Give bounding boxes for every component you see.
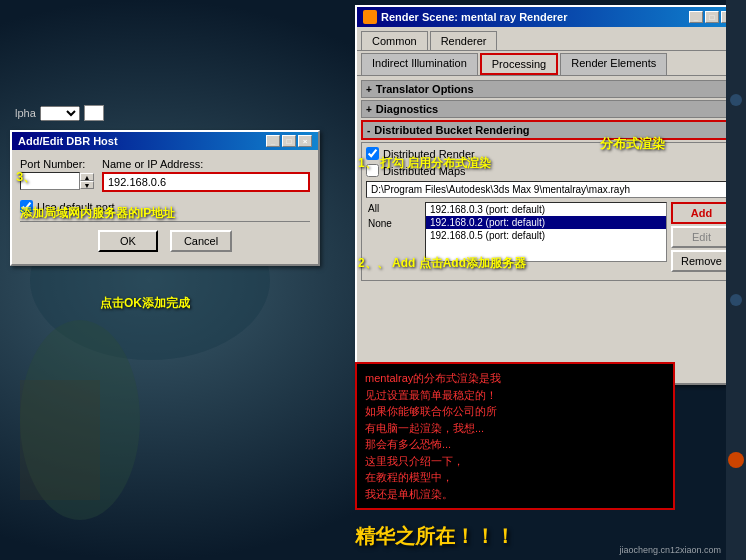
render-tabs-row2: Indirect Illumination Processing Render … [357, 51, 741, 76]
render-titlebar: Render Scene: mental ray Renderer _ □ × [357, 7, 741, 27]
render-minimize-button[interactable]: _ [689, 11, 703, 23]
alpha-section: lpha [15, 105, 104, 121]
tab-render-elements[interactable]: Render Elements [560, 53, 667, 75]
cancel-button[interactable]: Cancel [170, 230, 232, 252]
svg-point-7 [728, 452, 744, 468]
info-text-box: mentalray的分布式渲染是我 见过设置最简单最稳定的！ 如果你能够联合你公… [355, 362, 675, 510]
port-name-section: Port Number: ▲ ▼ Name or IP Address: [20, 158, 310, 192]
host-list-box[interactable]: 192.168.0.3 (port: default) 192.168.0.2 … [425, 202, 667, 262]
svg-point-5 [730, 94, 742, 106]
distributed-bucket-label: Distributed Bucket Rendering [374, 124, 529, 136]
step3-label: 3、 [16, 168, 36, 186]
translator-options-bar[interactable]: + Translator Options [361, 80, 737, 98]
step2-annotation: 2、、 Add 点击Add添加服务器 [358, 255, 526, 272]
tab-processing[interactable]: Processing [480, 53, 558, 75]
close-button[interactable]: × [298, 135, 312, 147]
all-label: All [366, 202, 421, 215]
render-dialog: Render Scene: mental ray Renderer _ □ × … [355, 5, 743, 385]
dbr-dialog: Add/Edit DBR Host _ □ × Port Number: ▲ ▼… [10, 130, 320, 266]
add-host-button[interactable]: Add [671, 202, 732, 224]
info-text: mentalray的分布式渲染是我 见过设置最简单最稳定的！ 如果你能够联合你公… [365, 370, 665, 502]
dbr-buttons: OK Cancel [20, 230, 310, 252]
svg-rect-4 [726, 0, 746, 560]
diagnostics-label: Diagnostics [376, 103, 438, 115]
remove-host-button[interactable]: Remove [671, 250, 732, 272]
distributed-bucket-bar[interactable]: - Distributed Bucket Rendering [361, 120, 737, 140]
host-item-2[interactable]: 192.168.0.5 (port: default) [426, 229, 666, 242]
host-list-buttons: Add Edit Remove [671, 202, 732, 272]
ok-annotation: 点击OK添加完成 [100, 295, 190, 312]
translator-options-label: Translator Options [376, 83, 474, 95]
render-title: Render Scene: mental ray Renderer [381, 11, 567, 23]
ip-input[interactable] [102, 172, 310, 192]
svg-point-6 [730, 294, 742, 306]
diagnostics-bar[interactable]: + Diagnostics [361, 100, 737, 118]
render-restore-button[interactable]: □ [705, 11, 719, 23]
spin-up[interactable]: ▲ [80, 173, 94, 181]
tab-renderer[interactable]: Renderer [430, 31, 498, 50]
alpha-color-box [84, 105, 104, 121]
host-item-1[interactable]: 192.168.0.2 (port: default) [426, 216, 666, 229]
spin-buttons: ▲ ▼ [80, 173, 94, 189]
alpha-label: lpha [15, 107, 36, 119]
render-tabs-row1: Common Renderer [357, 27, 741, 51]
add-ip-annotation: 添加局域网内服务器的IP地址 [20, 205, 175, 222]
distributed-cn-annotation: 分布式渲染 [600, 135, 665, 153]
step1-annotation: 1、 打勾 启用分布式渲染 [358, 155, 491, 172]
svg-rect-3 [20, 380, 100, 500]
dbr-titlebar: Add/Edit DBR Host _ □ × [12, 132, 318, 150]
tab-indirect-illumination[interactable]: Indirect Illumination [361, 53, 478, 75]
minimize-button[interactable]: _ [266, 135, 280, 147]
path-input[interactable]: D:\Program Files\Autodesk\3ds Max 9\ment… [366, 181, 732, 198]
none-label: None [366, 217, 421, 230]
name-group: Name or IP Address: [102, 158, 310, 192]
big-annotation: 精华之所在！！！ [355, 523, 515, 550]
spin-down[interactable]: ▼ [80, 181, 94, 189]
translator-expand-icon: + [366, 84, 372, 95]
host-item-0[interactable]: 192.168.0.3 (port: default) [426, 203, 666, 216]
dbr-title-buttons: _ □ × [266, 135, 312, 147]
watermark: jiaocheng.cn12xiaon.com [619, 545, 721, 555]
diagnostics-expand-icon: + [366, 104, 372, 115]
dbr-title: Add/Edit DBR Host [18, 135, 118, 147]
side-graphic [726, 0, 746, 560]
name-label: Name or IP Address: [102, 158, 310, 170]
alpha-dropdown[interactable] [40, 106, 80, 121]
tab-common[interactable]: Common [361, 31, 428, 50]
edit-host-button[interactable]: Edit [671, 226, 732, 248]
distributed-collapse-icon: - [367, 125, 370, 136]
render-title-area: Render Scene: mental ray Renderer [363, 10, 567, 24]
render-icon [363, 10, 377, 24]
maximize-button[interactable]: □ [282, 135, 296, 147]
ok-button[interactable]: OK [98, 230, 158, 252]
